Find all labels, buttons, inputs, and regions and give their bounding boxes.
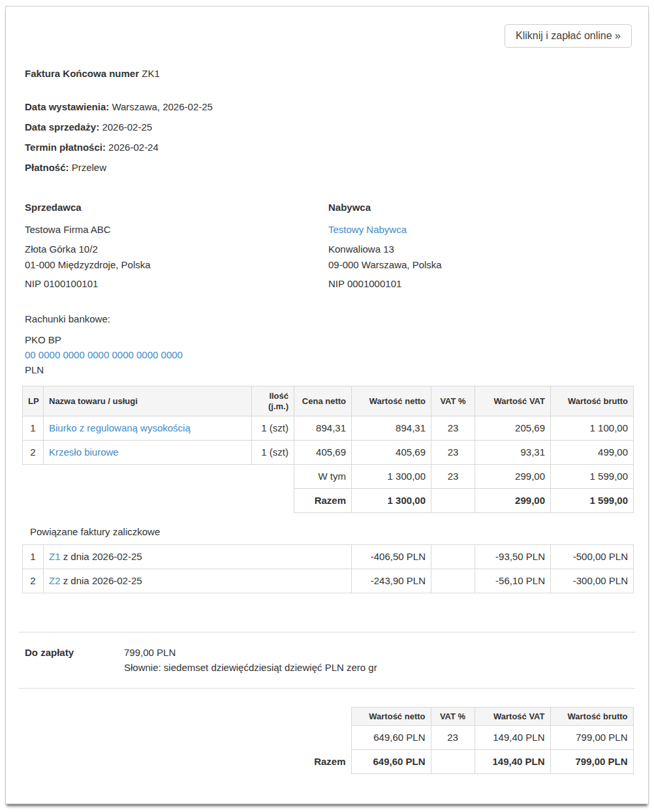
buyer-heading: Nabywca bbox=[328, 202, 632, 213]
summary-total-net: 649,60 PLN bbox=[351, 750, 431, 774]
subtotal-label: W tym bbox=[294, 465, 352, 489]
buyer-nip: NIP 0001000101 bbox=[328, 276, 632, 291]
parties: Sprzedawca Testowa Firma ABC Złota Górka… bbox=[25, 202, 632, 291]
item-vat-rate: 23 bbox=[431, 416, 475, 441]
invoice-card: Kliknij i zapłać online » Faktura Końcow… bbox=[5, 6, 649, 804]
toolbar: Kliknij i zapłać online » bbox=[22, 24, 632, 48]
summary-col-header-net: Wartość netto bbox=[351, 708, 431, 726]
invoice-title-label: Faktura Końcowa numer bbox=[25, 68, 139, 79]
seller-heading: Sprzedawca bbox=[25, 202, 328, 213]
col-header-vat-rate: VAT % bbox=[431, 386, 475, 416]
seller-section: Sprzedawca Testowa Firma ABC Złota Górka… bbox=[25, 202, 328, 291]
divider bbox=[19, 688, 635, 689]
sale-date-label: Data sprzedaży: bbox=[25, 121, 99, 133]
col-header-gross: Wartość brutto bbox=[551, 386, 634, 416]
col-header-name: Nazwa towaru / usługi bbox=[44, 386, 252, 416]
item-name-link[interactable]: Krzesło biurowe bbox=[49, 446, 119, 458]
seller-address-line1: Złota Górka 10/2 bbox=[25, 242, 328, 257]
advance-invoices-heading: Powiązane faktury zaliczkowe bbox=[30, 525, 632, 539]
buyer-address: Konwaliowa 13 09-000 Warszawa, Polska bbox=[328, 242, 632, 273]
advance-invoice-link[interactable]: Z2 bbox=[49, 575, 61, 586]
summary-gross: 799,00 PLN bbox=[550, 726, 633, 750]
advance-net: -243,90 PLN bbox=[352, 569, 431, 593]
item-row: 1 Biurko z regulowaną wysokością 1 (szt)… bbox=[23, 416, 634, 441]
item-net: 894,31 bbox=[352, 416, 431, 441]
issue-date-value: Warszawa, 2026-02-25 bbox=[112, 101, 213, 112]
buyer-address-line1: Konwaliowa 13 bbox=[328, 242, 632, 257]
invoice-title: Faktura Końcowa numer ZK1 bbox=[25, 68, 632, 79]
summary-total-gross: 799,00 PLN bbox=[550, 750, 633, 774]
item-lp: 1 bbox=[23, 416, 44, 441]
invoice-number: ZK1 bbox=[142, 68, 160, 79]
subtotal-vat: 299,00 bbox=[475, 465, 551, 489]
item-vat: 205,69 bbox=[475, 416, 551, 441]
payment-due-in-words: Słownie: siedemset dziewięćdziesiąt dzie… bbox=[124, 659, 377, 676]
items-total-row: Razem 1 300,00 299,00 1 599,00 bbox=[23, 489, 634, 513]
advance-invoice-link[interactable]: Z1 bbox=[49, 551, 61, 562]
item-name-link[interactable]: Biurko z regulowaną wysokością bbox=[49, 422, 191, 433]
payment-due-details: 799,00 PLN Słownie: siedemset dziewięćdz… bbox=[124, 646, 377, 676]
item-unit-net: 405,69 bbox=[294, 441, 352, 465]
payment-due-amount: 799,00 PLN bbox=[124, 646, 377, 659]
due-date-label: Termin płatności: bbox=[25, 142, 106, 153]
summary-vat-rate: 23 bbox=[431, 726, 475, 750]
issue-date-label: Data wystawienia: bbox=[25, 101, 109, 112]
item-vat-rate: 23 bbox=[431, 441, 475, 465]
total-vat: 299,00 bbox=[475, 489, 551, 513]
issue-date-line: Data wystawienia: Warszawa, 2026-02-25 bbox=[25, 101, 632, 114]
payment-due-section: Do zapłaty 799,00 PLN Słownie: siedemset… bbox=[25, 646, 632, 676]
seller-name: Testowa Firma ABC bbox=[25, 222, 328, 237]
buyer-address-line2: 09-000 Warszawa, Polska bbox=[328, 257, 632, 273]
bank-currency: PLN bbox=[25, 362, 632, 377]
item-row: 2 Krzesło biurowe 1 (szt) 405,69 405,69 … bbox=[23, 441, 634, 465]
item-gross: 499,00 bbox=[551, 441, 634, 465]
col-header-net: Wartość netto bbox=[352, 386, 431, 416]
summary-net: 649,60 PLN bbox=[351, 726, 431, 750]
bank-accounts-section: Rachunki bankowe: PKO BP 00 0000 0000 00… bbox=[25, 312, 632, 377]
items-table-header-row: LP Nazwa towaru / usługi Ilość (j.m.) Ce… bbox=[23, 386, 634, 416]
bank-accounts-heading: Rachunki bankowe: bbox=[25, 312, 632, 326]
seller-address: Złota Górka 10/2 01-000 Międzyzdroje, Po… bbox=[25, 242, 328, 273]
due-date-value: 2026-02-24 bbox=[108, 142, 159, 153]
summary-col-header-gross: Wartość brutto bbox=[550, 708, 633, 726]
subtotal-vat-rate: 23 bbox=[431, 465, 475, 489]
advance-vat: -93,50 PLN bbox=[475, 545, 551, 569]
summary-total-row: Razem 649,60 PLN 149,40 PLN 799,00 PLN bbox=[22, 750, 633, 774]
item-lp: 2 bbox=[23, 441, 44, 465]
bank-name: PKO BP bbox=[25, 332, 632, 347]
advance-lp: 2 bbox=[23, 569, 44, 593]
advance-date-text: z dnia 2026-02-25 bbox=[61, 551, 142, 562]
advance-invoice-row: 1 Z1 z dnia 2026-02-25 -406,50 PLN -93,5… bbox=[23, 545, 634, 569]
payment-method-label: Płatność: bbox=[25, 162, 69, 173]
summary-vat: 149,40 PLN bbox=[475, 726, 550, 750]
col-header-lp: LP bbox=[23, 386, 44, 416]
subtotal-gross: 1 599,00 bbox=[551, 465, 634, 489]
payment-method-line: Płatność: Przelew bbox=[25, 161, 632, 174]
item-qty: 1 (szt) bbox=[252, 416, 294, 441]
item-qty: 1 (szt) bbox=[252, 441, 294, 465]
advance-vat-rate bbox=[431, 545, 475, 569]
advance-invoice-row: 2 Z2 z dnia 2026-02-25 -243,90 PLN -56,1… bbox=[23, 569, 634, 593]
invoice-meta: Data wystawienia: Warszawa, 2026-02-25 D… bbox=[25, 101, 632, 174]
pay-online-button[interactable]: Kliknij i zapłać online » bbox=[505, 24, 632, 48]
advance-gross: -300,00 PLN bbox=[551, 569, 634, 593]
seller-nip: NIP 0100100101 bbox=[25, 276, 328, 291]
sale-date-value: 2026-02-25 bbox=[102, 121, 152, 133]
summary-total-vat: 149,40 PLN bbox=[475, 750, 550, 774]
advance-invoices-table: 1 Z1 z dnia 2026-02-25 -406,50 PLN -93,5… bbox=[22, 544, 634, 593]
buyer-name-link[interactable]: Testowy Nabywca bbox=[328, 224, 407, 235]
summary-total-label: Razem bbox=[22, 750, 351, 774]
summary-total-vat-rate bbox=[431, 750, 475, 774]
items-table: LP Nazwa towaru / usługi Ilość (j.m.) Ce… bbox=[22, 386, 634, 513]
item-unit-net: 894,31 bbox=[294, 416, 352, 441]
total-label: Razem bbox=[294, 489, 352, 513]
total-gross: 1 599,00 bbox=[551, 489, 634, 513]
summary-col-header-vat: Wartość VAT bbox=[475, 708, 550, 726]
item-vat: 93,31 bbox=[475, 441, 551, 465]
payment-due-label: Do zapłaty bbox=[25, 646, 124, 676]
bank-account-number-link[interactable]: 00 0000 0000 0000 0000 0000 0000 bbox=[25, 349, 183, 360]
subtotal-net: 1 300,00 bbox=[352, 465, 431, 489]
item-net: 405,69 bbox=[352, 441, 431, 465]
sale-date-line: Data sprzedaży: 2026-02-25 bbox=[25, 121, 632, 134]
summary-col-header-vat-rate: VAT % bbox=[431, 708, 475, 726]
